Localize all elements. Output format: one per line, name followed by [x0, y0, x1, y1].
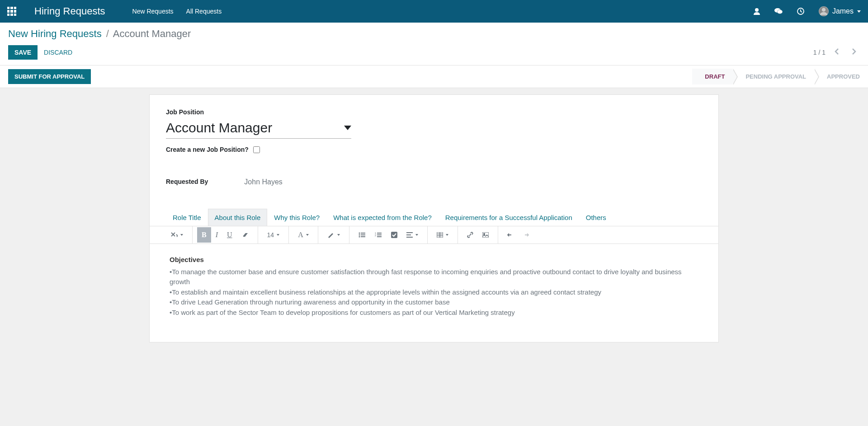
editor-toolbar: B I U 14 A: [150, 226, 718, 244]
create-new-row: Create a new Job Position?: [166, 146, 702, 153]
highlight-button[interactable]: [323, 228, 344, 242]
pager-count: 1 / 1: [813, 49, 826, 56]
svg-point-0: [755, 8, 759, 12]
svg-rect-15: [391, 232, 397, 238]
activity-icon[interactable]: [797, 8, 804, 15]
navbar: Hiring Requests New Requests All Request…: [0, 0, 868, 23]
job-position-select[interactable]: Account Manager: [166, 117, 351, 139]
redo-button[interactable]: [518, 228, 533, 242]
link-button[interactable]: [462, 228, 478, 242]
font-size-button[interactable]: 14: [263, 228, 284, 242]
svg-rect-14: [377, 236, 382, 237]
ordered-list-button[interactable]: 12: [370, 228, 387, 242]
breadcrumb: New Hiring Requests / Account Manager: [8, 28, 860, 40]
status-step-draft[interactable]: DRAFT: [692, 69, 733, 84]
requested-by-label: Requested By: [166, 178, 208, 186]
svg-point-6: [359, 236, 360, 238]
tab-role-title[interactable]: Role Title: [166, 209, 208, 226]
eraser-button[interactable]: [237, 229, 253, 241]
svg-point-4: [359, 233, 360, 234]
tab-requirements[interactable]: Requirements for a Successful Applicatio…: [439, 209, 579, 226]
checklist-button[interactable]: [387, 228, 402, 242]
chevron-down-icon: [415, 234, 418, 236]
nav-link-all-requests[interactable]: All Requests: [186, 8, 222, 15]
editor-line: •To work as part of the Sector Team to d…: [170, 308, 698, 318]
discard-button[interactable]: DISCARD: [38, 45, 79, 60]
brand-title[interactable]: Hiring Requests: [34, 5, 105, 17]
status-step-approved[interactable]: APPROVED: [814, 69, 868, 84]
form-sheet: Job Position Account Manager Create a ne…: [149, 94, 719, 342]
chat-icon[interactable]: [774, 8, 783, 15]
navbar-left: Hiring Requests New Requests All Request…: [7, 5, 222, 17]
content-area: New Hiring Requests / Account Manager SA…: [0, 23, 868, 360]
job-position-value: Account Manager: [166, 120, 272, 136]
tab-others[interactable]: Others: [579, 209, 613, 226]
underline-button[interactable]: U: [222, 227, 237, 243]
editor-line: •To manage the customer base and ensure …: [170, 267, 698, 287]
svg-rect-16: [406, 232, 413, 233]
status-left: SUBMIT FOR APPROVAL: [0, 66, 99, 88]
breadcrumb-row: New Hiring Requests / Account Manager: [0, 23, 868, 43]
create-new-label: Create a new Job Position?: [166, 146, 249, 153]
svg-rect-12: [377, 233, 382, 234]
status-row: SUBMIT FOR APPROVAL DRAFT PENDING APPROV…: [0, 66, 868, 88]
style-button[interactable]: [166, 228, 188, 242]
svg-text:2: 2: [375, 234, 376, 237]
svg-rect-8: [361, 234, 365, 235]
chevron-down-icon: [857, 10, 861, 13]
editor-line: •To establish and maintain excellent bus…: [170, 287, 698, 298]
save-button[interactable]: SAVE: [8, 45, 38, 60]
italic-button[interactable]: I: [211, 227, 222, 243]
requested-by-value: John Hayes: [244, 178, 283, 186]
form-sheet-wrap: Job Position Account Manager Create a ne…: [0, 88, 868, 360]
svg-rect-23: [482, 232, 489, 238]
undo-button[interactable]: [503, 228, 518, 242]
actions-row: SAVE DISCARD 1 / 1: [0, 43, 868, 66]
pager-next[interactable]: [848, 46, 860, 59]
nav-links: New Requests All Requests: [132, 8, 222, 15]
chevron-down-icon: [446, 234, 448, 236]
image-button[interactable]: [478, 229, 493, 241]
tabs: Role Title About this Role Why this Role…: [166, 209, 702, 226]
avatar: [819, 6, 829, 16]
font-size-value: 14: [267, 231, 274, 239]
tab-about-this-role[interactable]: About this Role: [208, 209, 268, 226]
unordered-list-button[interactable]: [354, 228, 370, 242]
navbar-right: James: [754, 6, 861, 16]
breadcrumb-parent[interactable]: New Hiring Requests: [8, 28, 102, 39]
chevron-down-icon: [344, 126, 351, 130]
job-position-label: Job Position: [166, 108, 702, 116]
bold-button[interactable]: B: [197, 227, 211, 243]
status-steps: DRAFT PENDING APPROVAL APPROVED: [692, 69, 868, 84]
status-step-pending[interactable]: PENDING APPROVAL: [733, 69, 814, 84]
requested-by-row: Requested By John Hayes: [166, 178, 702, 186]
font-color-button[interactable]: A: [293, 227, 313, 243]
user-menu[interactable]: James: [819, 6, 861, 16]
pager-prev[interactable]: [831, 46, 843, 59]
svg-point-5: [359, 234, 360, 236]
svg-point-2: [777, 10, 783, 14]
create-new-checkbox[interactable]: [253, 146, 260, 153]
tab-what-expected[interactable]: What is expected from the Role?: [326, 209, 439, 226]
nav-link-new-requests[interactable]: New Requests: [132, 8, 174, 15]
table-button[interactable]: [432, 229, 453, 241]
tab-why-this-role[interactable]: Why this Role?: [267, 209, 326, 226]
breadcrumb-current: Account Manager: [113, 28, 191, 39]
svg-rect-18: [406, 237, 413, 238]
user-icon[interactable]: [754, 8, 760, 15]
svg-rect-9: [361, 236, 365, 237]
submit-for-approval-button[interactable]: SUBMIT FOR APPROVAL: [8, 69, 91, 84]
editor-line: •To drive Lead Generation through nurtur…: [170, 297, 698, 308]
chevron-down-icon: [277, 234, 279, 236]
svg-rect-7: [361, 233, 365, 234]
user-name: James: [832, 7, 854, 15]
pager: 1 / 1: [813, 46, 860, 59]
apps-icon[interactable]: [7, 7, 16, 16]
align-button[interactable]: [402, 229, 423, 241]
chevron-down-icon: [180, 234, 183, 236]
svg-rect-13: [377, 234, 382, 235]
svg-rect-17: [406, 234, 411, 235]
editor-content[interactable]: Objectives •To manage the customer base …: [166, 244, 702, 328]
chevron-down-icon: [337, 234, 340, 236]
editor-heading: Objectives: [170, 255, 698, 265]
